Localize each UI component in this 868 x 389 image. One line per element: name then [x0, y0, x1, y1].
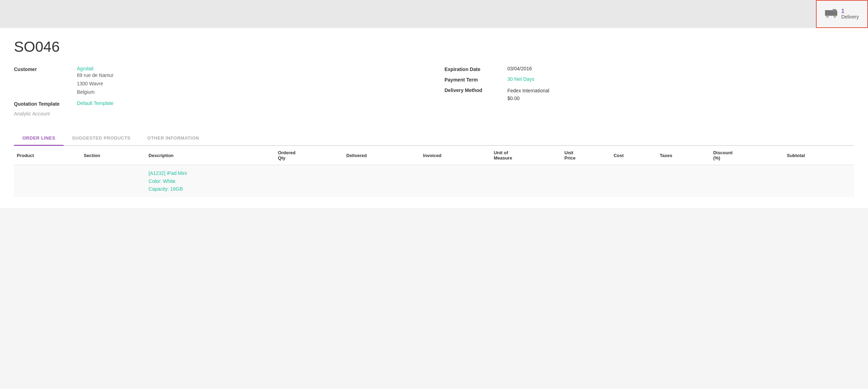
cell-cost [611, 165, 657, 197]
order-lines-table: Product Section Description OrderedQty D… [14, 146, 854, 197]
col-header-section: Section [81, 146, 146, 165]
svg-point-9 [827, 16, 828, 17]
col-header-unit-price: UnitPrice [562, 146, 611, 165]
delivery-count: 1 [841, 8, 844, 14]
col-header-cost: Cost [611, 146, 657, 165]
cell-subtotal [784, 165, 854, 197]
col-header-taxes: Taxes [657, 146, 710, 165]
tab-other-information[interactable]: OTHER INFORMATION [139, 131, 208, 146]
delivery-method-cost: $0.00 [507, 94, 549, 102]
payment-term-row: Payment Term 30 Net Days [444, 76, 854, 83]
cell-ordered-qty [275, 165, 343, 197]
tabs: ORDER LINES SUGGESTED PRODUCTS OTHER INF… [14, 131, 854, 146]
customer-address-line2: 1300 Wavre [77, 80, 114, 88]
expiration-date-label: Expiration Date [444, 66, 507, 72]
payment-term-value[interactable]: 30 Net Days [507, 76, 534, 82]
tab-order-lines[interactable]: ORDER LINES [14, 131, 64, 146]
svg-rect-5 [825, 10, 833, 16]
col-header-product: Product [14, 146, 81, 165]
product-description-line1[interactable]: [A1232] iPad Mini [149, 169, 272, 177]
quotation-template-label: Quotation Template [14, 100, 77, 107]
expiration-date-row: Expiration Date 03/04/2016 [444, 66, 854, 72]
cell-unit-price [562, 165, 611, 197]
delivery-method-label: Delivery Method [444, 87, 507, 93]
delivery-info: 1 Delivery [841, 8, 859, 20]
table-header-row: Product Section Description OrderedQty D… [14, 146, 854, 165]
expiration-date-value: 03/04/2016 [507, 66, 532, 71]
cell-product [14, 165, 81, 197]
top-bar: 1 Delivery [0, 0, 868, 28]
col-header-discount: Discount(%) [710, 146, 784, 165]
product-description-line3: Capacity: 16GB [149, 185, 272, 193]
delivery-button[interactable]: 1 Delivery [816, 0, 868, 28]
cell-invoiced [420, 165, 491, 197]
delivery-method-row: Delivery Method Fedex International $0.0… [444, 87, 854, 102]
col-header-unit-of-measure: Unit ofMeasure [491, 146, 562, 165]
svg-rect-6 [833, 11, 837, 16]
customer-address-line1: 69 rue de Namur [77, 71, 114, 80]
tab-suggested-products[interactable]: SUGGESTED PRODUCTS [64, 131, 139, 146]
cell-discount [710, 165, 784, 197]
customer-label: Customer [14, 66, 77, 72]
analytic-account-label: Analytic Account [14, 111, 77, 116]
analytic-account-row: Analytic Account [14, 111, 424, 116]
quotation-template-row: Quotation Template Default Template [14, 100, 424, 107]
cell-section [81, 165, 146, 197]
payment-term-label: Payment Term [444, 76, 507, 83]
customer-address-line3: Belgium [77, 88, 114, 97]
col-header-delivered: Delivered [343, 146, 420, 165]
table-row: [A1232] iPad Mini Color: White Capacity:… [14, 165, 854, 197]
customer-address: 69 rue de Namur 1300 Wavre Belgium [77, 71, 114, 96]
col-header-invoiced: Invoiced [420, 146, 491, 165]
col-header-ordered-qty: OrderedQty [275, 146, 343, 165]
cell-delivered [343, 165, 420, 197]
customer-name[interactable]: Agrolait [77, 66, 114, 71]
form-right: Expiration Date 03/04/2016 Payment Term … [444, 66, 854, 121]
cell-unit-of-measure [491, 165, 562, 197]
form-left: Customer Agrolait 69 rue de Namur 1300 W… [14, 66, 424, 121]
delivery-method-value: Fedex International $0.00 [507, 87, 549, 102]
form-section: Customer Agrolait 69 rue de Namur 1300 W… [14, 66, 854, 121]
product-description-line2: Color: White [149, 177, 272, 185]
delivery-label: Delivery [841, 14, 859, 20]
customer-field-row: Customer Agrolait 69 rue de Namur 1300 W… [14, 66, 424, 96]
quotation-template-value[interactable]: Default Template [77, 100, 114, 106]
delivery-method-name: Fedex International [507, 87, 549, 94]
col-header-description: Description [146, 146, 275, 165]
svg-point-11 [834, 16, 836, 17]
customer-value: Agrolait 69 rue de Namur 1300 Wavre Belg… [77, 66, 114, 96]
main-content: SO046 Customer Agrolait 69 rue de Namur … [0, 28, 868, 208]
cell-description[interactable]: [A1232] iPad Mini Color: White Capacity:… [146, 165, 275, 197]
page-title: SO046 [14, 38, 854, 55]
col-header-subtotal: Subtotal [784, 146, 854, 165]
cell-taxes [657, 165, 710, 197]
truck-icon [825, 8, 838, 20]
svg-marker-7 [833, 9, 837, 11]
